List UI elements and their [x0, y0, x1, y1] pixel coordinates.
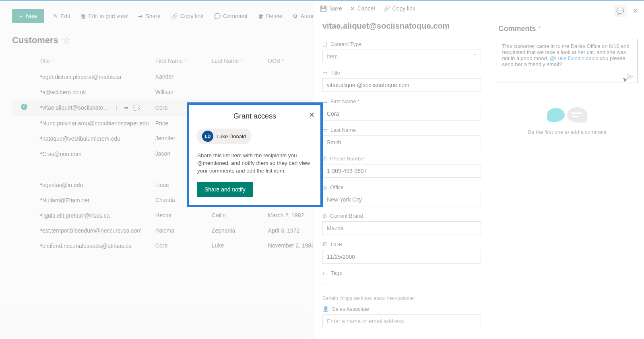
dialog-close-button[interactable]: ✕ [309, 110, 315, 119]
share-and-notify-button[interactable]: Share and notify [197, 182, 253, 197]
avatar: LD [202, 131, 213, 142]
dialog-body: Share this list item with the recipients… [197, 152, 312, 175]
recipient-chip[interactable]: LD Luke Donald [197, 129, 251, 144]
grant-access-dialog: Grant access ✕ LD Luke Donald Share this… [187, 102, 323, 207]
dialog-title: Grant access [197, 112, 312, 121]
overlay-scrim-panel [313, 0, 644, 339]
share-notify-label: Share and notify [204, 186, 246, 193]
recipient-name: Luke Donald [217, 133, 246, 139]
